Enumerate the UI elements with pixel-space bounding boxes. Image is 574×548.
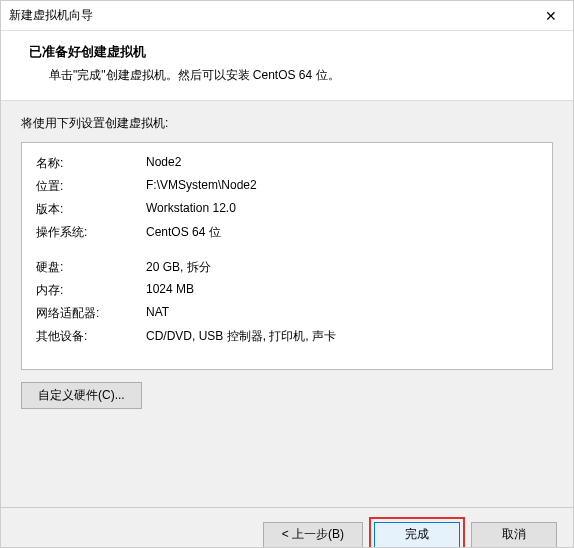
label-location: 位置: <box>36 178 146 195</box>
wizard-body: 将使用下列设置创建虚拟机: 名称: Node2 位置: F:\VMSystem\… <box>1 101 573 507</box>
finish-highlight: 完成 <box>369 517 465 549</box>
label-other: 其他设备: <box>36 328 146 345</box>
value-location: F:\VMSystem\Node2 <box>146 178 538 195</box>
label-name: 名称: <box>36 155 146 172</box>
header-heading: 已准备好创建虚拟机 <box>29 43 553 61</box>
finish-button[interactable]: 完成 <box>374 522 460 548</box>
row-location: 位置: F:\VMSystem\Node2 <box>36 178 538 195</box>
close-icon: ✕ <box>545 8 557 24</box>
back-button[interactable]: < 上一步(B) <box>263 522 363 548</box>
wizard-footer: < 上一步(B) 完成 取消 <box>1 507 573 548</box>
label-os: 操作系统: <box>36 224 146 241</box>
customize-hardware-button[interactable]: 自定义硬件(C)... <box>21 382 142 409</box>
value-name: Node2 <box>146 155 538 172</box>
wizard-header: 已准备好创建虚拟机 单击"完成"创建虚拟机。然后可以安装 CentOS 64 位… <box>1 31 573 101</box>
row-version: 版本: Workstation 12.0 <box>36 201 538 218</box>
row-nic: 网络适配器: NAT <box>36 305 538 322</box>
label-nic: 网络适配器: <box>36 305 146 322</box>
value-other: CD/DVD, USB 控制器, 打印机, 声卡 <box>146 328 538 345</box>
titlebar: 新建虚拟机向导 ✕ <box>1 1 573 31</box>
value-disk: 20 GB, 拆分 <box>146 259 538 276</box>
row-other: 其他设备: CD/DVD, USB 控制器, 打印机, 声卡 <box>36 328 538 345</box>
settings-panel: 名称: Node2 位置: F:\VMSystem\Node2 版本: Work… <box>21 142 553 370</box>
row-disk: 硬盘: 20 GB, 拆分 <box>36 259 538 276</box>
close-button[interactable]: ✕ <box>531 2 571 30</box>
row-name: 名称: Node2 <box>36 155 538 172</box>
label-version: 版本: <box>36 201 146 218</box>
body-intro: 将使用下列设置创建虚拟机: <box>21 115 553 132</box>
value-nic: NAT <box>146 305 538 322</box>
cancel-button[interactable]: 取消 <box>471 522 557 548</box>
value-version: Workstation 12.0 <box>146 201 538 218</box>
label-disk: 硬盘: <box>36 259 146 276</box>
label-memory: 内存: <box>36 282 146 299</box>
header-subtext: 单击"完成"创建虚拟机。然后可以安装 CentOS 64 位。 <box>49 67 553 84</box>
value-memory: 1024 MB <box>146 282 538 299</box>
value-os: CentOS 64 位 <box>146 224 538 241</box>
row-os: 操作系统: CentOS 64 位 <box>36 224 538 241</box>
window-title: 新建虚拟机向导 <box>9 7 531 24</box>
row-memory: 内存: 1024 MB <box>36 282 538 299</box>
